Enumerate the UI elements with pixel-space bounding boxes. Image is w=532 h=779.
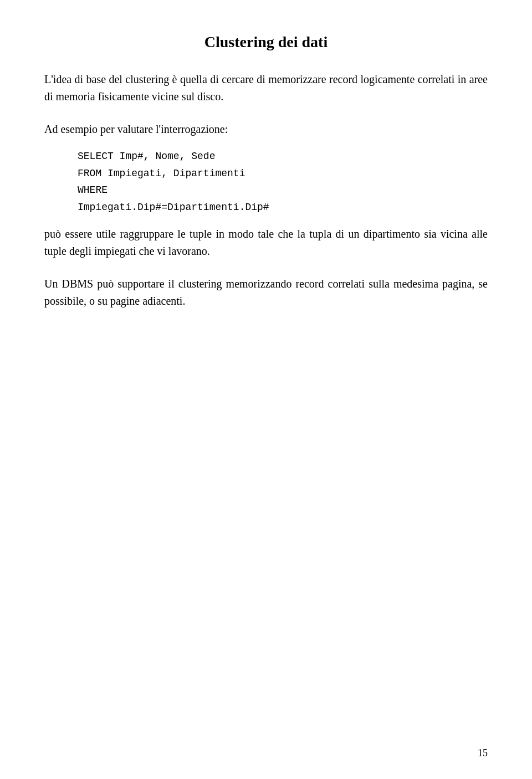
code-line-1: SELECT Imp#, Nome, Sede <box>78 148 488 165</box>
page-number: 15 <box>478 747 488 759</box>
code-line-4: Impiegati.Dip#=Dipartimenti.Dip# <box>78 199 488 216</box>
code-block: SELECT Imp#, Nome, Sede FROM Impiegati, … <box>78 148 488 216</box>
code-line-2: FROM Impiegati, Dipartimenti <box>78 165 488 182</box>
page-title: Clustering dei dati <box>44 33 488 51</box>
paragraph-2: può essere utile raggruppare le tuple in… <box>44 226 488 260</box>
code-line-3: WHERE <box>78 182 488 199</box>
intro-paragraph: L'idea di base del clustering è quella d… <box>44 71 488 105</box>
page: Clustering dei dati L'idea di base del c… <box>0 0 532 779</box>
paragraph-3: Un DBMS può supportare il clustering mem… <box>44 275 488 310</box>
section-intro: Ad esempio per valutare l'interrogazione… <box>44 121 488 138</box>
